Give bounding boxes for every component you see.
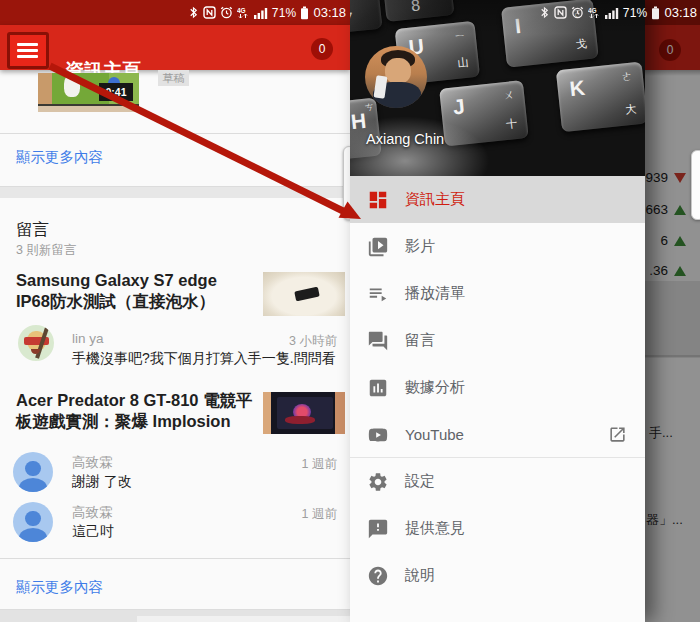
- comments-section-subtitle: 3 則新留言: [16, 242, 76, 259]
- drawer-item-playlists[interactable]: 播放清單: [350, 270, 645, 317]
- navigation-drawer: 7 8 U ㄧ 山 I ㄛ 戈 H ㄘ J ㄨ: [350, 0, 645, 622]
- divider: [0, 133, 350, 134]
- notification-badge: 0: [311, 38, 333, 60]
- profile-avatar[interactable]: [365, 46, 427, 108]
- drawer-item-feedback[interactable]: 提供意見: [350, 505, 645, 552]
- svg-text:4G: 4G: [237, 7, 246, 14]
- feedback-icon: [367, 518, 389, 540]
- profile-name: Axiang Chin: [366, 131, 444, 147]
- hamburger-icon: [17, 43, 38, 46]
- comment-text: 謝謝 了改: [72, 473, 132, 491]
- left-app-bar: 資訊主頁 0: [0, 25, 350, 70]
- battery-percent: 71%: [272, 6, 297, 20]
- comments-icon: [367, 330, 389, 352]
- commenter-name: lin ya: [72, 331, 104, 346]
- drawer-item-label: 提供意見: [405, 519, 465, 538]
- menu-button-annotation-box: [7, 32, 49, 69]
- drawer-item-analytics[interactable]: 數據分析: [350, 364, 645, 411]
- youtube-icon: [367, 424, 389, 446]
- right-scrollbar-handle[interactable]: [691, 150, 700, 220]
- drawer-item-label: YouTube: [405, 426, 464, 443]
- commenter-avatar[interactable]: [18, 325, 54, 361]
- alarm-icon: [220, 6, 233, 19]
- drawer-item-label: 播放清單: [405, 284, 465, 303]
- signal-icon: [254, 7, 268, 19]
- battery-percent: 71%: [623, 6, 648, 20]
- video-thumbnail-acer[interactable]: [263, 392, 345, 434]
- drawer-header-photo: 7 8 U ㄧ 山 I ㄛ 戈 H ㄘ J ㄨ: [350, 0, 645, 176]
- left-status-bar: 4G 71% 03:18: [0, 0, 350, 25]
- drawer-item-label: 資訊主頁: [405, 190, 465, 209]
- dashboard-icon: [367, 189, 389, 211]
- video-library-icon: [367, 236, 389, 258]
- analytics-icon: [367, 377, 389, 399]
- commenter-avatar[interactable]: [13, 502, 53, 542]
- commenter-name: 高致霖: [72, 504, 113, 522]
- comment-time: 1 週前: [302, 456, 337, 473]
- battery-icon: [651, 6, 660, 20]
- drawer-item-comments[interactable]: 留言: [350, 317, 645, 364]
- drawer-item-label: 留言: [405, 331, 435, 350]
- drawer-item-label: 數據分析: [405, 378, 465, 397]
- signal-icon: [605, 7, 619, 19]
- nfc-icon: [203, 6, 216, 19]
- drawer-item-videos[interactable]: 影片: [350, 223, 645, 270]
- comment-text: 手機沒事吧?我下個月打算入手一隻.問問看: [72, 350, 336, 368]
- commenter-avatar[interactable]: [13, 452, 53, 492]
- dimmed-background: 0 939 663 6 .36 手... 器」...: [645, 0, 700, 622]
- mobile-data-4g-icon: 4G: [588, 6, 601, 19]
- svg-text:4G: 4G: [588, 7, 597, 14]
- right-status-cluster: 4G 71% 03:18: [539, 0, 697, 25]
- card-gap: [0, 187, 350, 198]
- drawer-item-label: 說明: [405, 566, 435, 585]
- battery-icon: [300, 6, 309, 20]
- drawer-item-settings[interactable]: 設定: [350, 458, 645, 505]
- drawer-item-label: 影片: [405, 237, 435, 256]
- mobile-data-4g-icon: 4G: [237, 6, 250, 19]
- draft-chip: 草稿: [158, 70, 189, 86]
- show-more-link-top[interactable]: 顯示更多內容: [16, 148, 103, 167]
- next-card-edge: [137, 616, 350, 622]
- drawer-scrim[interactable]: [645, 0, 700, 622]
- left-status-cluster: 4G 71% 03:18: [188, 0, 346, 25]
- keyboard-key-k: K ㄜ 大: [556, 62, 645, 133]
- show-more-link-bottom[interactable]: 顯示更多內容: [16, 578, 103, 597]
- video-thumbnail-s7[interactable]: [263, 272, 345, 316]
- screenshot-stage: 4G 71% 03:18 資訊主頁 0 0:41 草稿 顯示更多內容 留言 3 …: [0, 0, 700, 622]
- clock: 03:18: [313, 5, 346, 20]
- video-title[interactable]: Samsung Galaxy S7 edge IP68防水測試（直接泡水）: [16, 270, 254, 312]
- comments-section-title: 留言: [16, 219, 49, 241]
- gear-icon: [367, 471, 389, 493]
- bluetooth-icon: [188, 6, 199, 19]
- drawer-item-help[interactable]: 說明: [350, 552, 645, 599]
- comment-time: 1 週前: [302, 506, 337, 523]
- hamburger-menu-button[interactable]: [10, 35, 46, 66]
- alarm-icon: [571, 6, 584, 19]
- drawer-item-dashboard[interactable]: 資訊主頁: [350, 176, 645, 223]
- commenter-name: 高致霖: [72, 454, 113, 472]
- drawer-item-label: 設定: [405, 472, 435, 491]
- comment-time: 3 小時前: [289, 333, 337, 350]
- open-in-new-icon: [608, 425, 627, 444]
- video-duration-badge: 0:41: [99, 83, 133, 101]
- bluetooth-icon: [539, 6, 550, 19]
- clock: 03:18: [664, 5, 697, 20]
- video-title[interactable]: Acer Predator 8 GT-810 電競平板遊戲實測：聚爆 Implo…: [16, 390, 254, 432]
- help-icon: [367, 565, 389, 587]
- drawer-item-youtube[interactable]: YouTube: [350, 411, 645, 458]
- nfc-icon: [554, 6, 567, 19]
- playlist-icon: [367, 283, 389, 305]
- divider: [0, 558, 350, 559]
- comment-text: 這己吋: [72, 523, 114, 541]
